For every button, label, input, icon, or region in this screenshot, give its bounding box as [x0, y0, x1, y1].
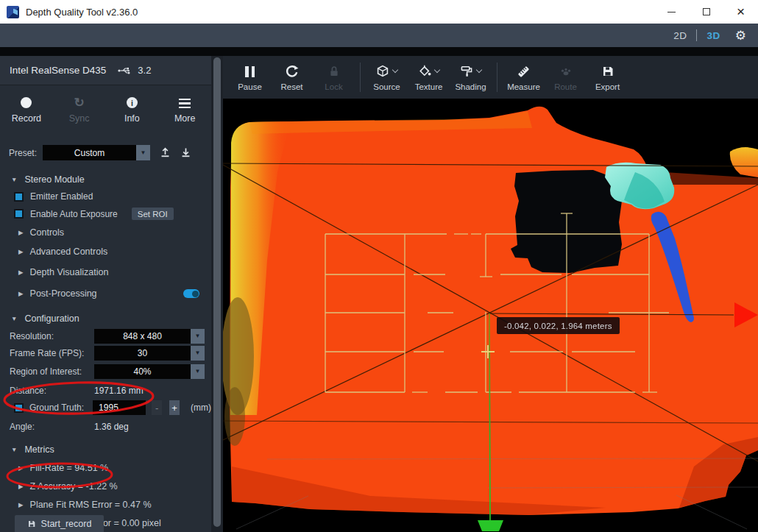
framerate-select[interactable]: 30	[94, 346, 191, 361]
device-actions: Record ↻ Sync i Info More	[0, 85, 211, 132]
pause-button[interactable]: Pause	[229, 63, 271, 91]
reset-button[interactable]: Reset	[271, 63, 313, 91]
upload-icon	[160, 146, 171, 157]
post-processing-item[interactable]: ▶ Post-Processing	[0, 282, 211, 303]
preset-dropdown-button[interactable]: ▼	[136, 145, 150, 160]
preset-select[interactable]: Custom	[43, 145, 136, 160]
resolution-select[interactable]: 848 x 480	[94, 329, 191, 344]
floppy-export-icon	[601, 65, 614, 78]
title-bar: Depth Quality Tool v2.36.0 ×	[0, 0, 758, 24]
z-accuracy-value: Z Accuracy = -1.22 %	[30, 481, 118, 492]
chevron-right-icon: ▶	[18, 464, 24, 472]
viewport-toolbar: Pause Reset	[223, 56, 758, 99]
controls-label: Controls	[30, 227, 65, 238]
gear-icon[interactable]: ⚙	[735, 29, 746, 42]
realsense-logo-icon	[7, 6, 19, 18]
emitter-checkbox[interactable]	[14, 192, 24, 202]
device-header[interactable]: Intel RealSense D435 3.2	[0, 56, 211, 85]
measure-button[interactable]: Measure	[503, 63, 545, 91]
viewport: Pause Reset	[223, 56, 758, 532]
emitter-enabled-row: Emitter Enabled	[0, 188, 211, 205]
framerate-label: Frame Rate (FPS):	[10, 348, 94, 358]
metrics-section[interactable]: ▼ Metrics	[0, 435, 211, 458]
reset-label: Reset	[280, 82, 302, 91]
shading-label: Shading	[455, 82, 486, 91]
chevron-right-icon: ▶	[18, 229, 24, 236]
ground-truth-minus-button[interactable]: -	[152, 400, 162, 415]
usb-icon	[118, 66, 134, 75]
start-record-button[interactable]: Start_record	[15, 515, 104, 532]
chevron-down-icon: ▼	[11, 176, 17, 183]
z-accuracy-metric[interactable]: ▶ Z Accuracy = -1.22 %	[0, 477, 211, 495]
maximize-button[interactable]	[689, 0, 723, 24]
export-label: Export	[595, 82, 620, 91]
fill-rate-metric[interactable]: ▶ Fill-Rate = 94.51 %	[0, 458, 211, 477]
roi-row: Region of Interest: 40% ▼	[0, 363, 211, 380]
shading-button[interactable]: Shading	[450, 63, 492, 91]
preset-upload-button[interactable]	[160, 146, 171, 160]
texture-button[interactable]: Texture	[408, 63, 450, 91]
resolution-dropdown-button[interactable]: ▼	[191, 329, 205, 344]
close-button[interactable]: ×	[723, 0, 758, 24]
info-icon: i	[127, 97, 138, 108]
set-roi-button[interactable]: Set ROI	[132, 208, 174, 220]
roi-dropdown-button[interactable]: ▼	[191, 364, 205, 379]
paint-roller-icon	[460, 65, 473, 78]
sync-icon: ↻	[74, 97, 85, 108]
plane-fit-metric[interactable]: ▶ Plane Fit RMS Error = 0.47 %	[0, 495, 211, 514]
preset-label: Preset:	[9, 148, 37, 158]
ground-truth-input[interactable]	[93, 400, 146, 415]
tab-3d[interactable]: 3D	[706, 30, 720, 41]
record-button[interactable]: Record	[0, 97, 53, 124]
app-header: 2D 3D ⚙	[0, 24, 758, 47]
post-processing-toggle[interactable]	[183, 289, 199, 298]
info-button[interactable]: i Info	[106, 97, 159, 124]
route-label: Route	[554, 82, 577, 91]
window-title: Depth Quality Tool v2.36.0	[26, 7, 138, 18]
more-button[interactable]: More	[158, 97, 211, 124]
plane-fit-value: Plane Fit RMS Error = 0.47 %	[30, 500, 152, 510]
roi-select[interactable]: 40%	[94, 364, 191, 379]
ground-truth-plus-button[interactable]: +	[169, 400, 180, 415]
depth-visualization-label: Depth Visualization	[30, 267, 109, 277]
framerate-row: Frame Rate (FPS): 30 ▼	[0, 344, 211, 361]
configuration-section[interactable]: ▼ Configuration	[0, 303, 211, 327]
chevron-right-icon: ▶	[18, 248, 24, 255]
scrollbar-thumb[interactable]	[213, 57, 221, 527]
ground-truth-checkbox[interactable]	[14, 403, 24, 413]
source-label: Source	[373, 82, 400, 91]
chevron-down-icon	[434, 67, 440, 73]
usb-version-text: 3.2	[138, 65, 151, 76]
3d-scene[interactable]: -0.042, 0.022, 1.964 meters	[223, 99, 758, 532]
mode-divider	[696, 29, 697, 41]
depth-visualization-item[interactable]: ▶ Depth Visualization	[0, 261, 211, 282]
framerate-dropdown-button[interactable]: ▼	[191, 346, 205, 361]
route-button: Route	[545, 63, 587, 91]
more-label: More	[174, 113, 195, 124]
angle-label: Angle:	[10, 422, 94, 432]
paint-bucket-icon	[418, 65, 431, 78]
depth-pointcloud	[223, 99, 758, 532]
export-button[interactable]: Export	[587, 63, 628, 91]
controls-item[interactable]: ▶ Controls	[0, 223, 211, 242]
source-button[interactable]: Source	[366, 63, 408, 91]
stereo-module-section[interactable]: ▼ Stereo Module	[0, 166, 211, 188]
ground-truth-row: Ground Truth: - + (mm)	[0, 399, 211, 416]
maximize-icon	[703, 8, 710, 15]
panel-scrollbar[interactable]	[211, 56, 223, 532]
auto-exposure-checkbox[interactable]	[14, 209, 24, 219]
auto-exposure-row: Enable Auto Exposure Set ROI	[0, 205, 211, 223]
close-icon: ×	[737, 4, 745, 18]
paw-icon	[559, 65, 573, 78]
preset-download-button[interactable]	[180, 146, 191, 160]
device-panel: Intel RealSense D435 3.2	[0, 56, 211, 532]
advanced-controls-item[interactable]: ▶ Advanced Controls	[0, 242, 211, 261]
chevron-down-icon	[476, 67, 482, 73]
minimize-button[interactable]	[654, 0, 689, 24]
cursor-coordinates-tooltip: -0.042, 0.022, 1.964 meters	[497, 317, 620, 334]
distance-row: Distance: 1971.16 mm	[0, 382, 211, 399]
roi-label: Region of Interest:	[10, 366, 94, 377]
fill-rate-value: Fill-Rate = 94.51 %	[30, 463, 109, 473]
tab-2d[interactable]: 2D	[673, 30, 687, 41]
lock-button: Lock	[313, 63, 355, 91]
